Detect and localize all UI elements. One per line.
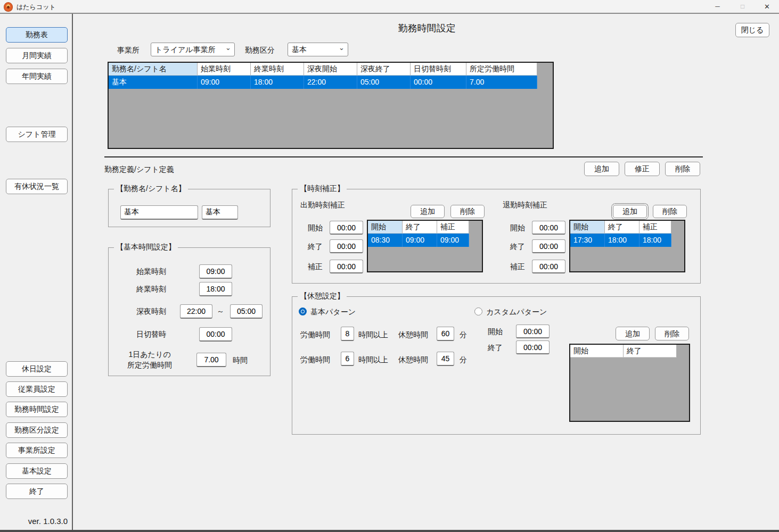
clock-in-delete-button[interactable]: 削除 (450, 205, 485, 218)
app-window: はたらコット ─ □ ✕ 勤務表 月間実績 年間実績 シフト管理 有休状況一覧 … (0, 0, 779, 532)
break-pattern-table[interactable]: 開始 終了 (569, 344, 690, 422)
day-switch-input[interactable] (199, 327, 232, 342)
shift-short-name-input[interactable] (202, 205, 238, 220)
clock-in-selected-row[interactable]: 08:30 09:00 09:00 (368, 234, 469, 247)
column-header: 勤務名/シフト名 (109, 63, 198, 76)
clock-out-table-header-row: 開始 終了 補正 (570, 221, 684, 234)
custom-end-input[interactable] (516, 340, 550, 354)
cell-end: 09:00 (403, 234, 437, 247)
column-header: 開始 (570, 221, 605, 234)
clock-in-start-label: 開始 (308, 223, 323, 233)
office-select[interactable]: トライアル事業所 ⌄ (151, 43, 235, 56)
work-category-select[interactable]: 基本 ⌄ (288, 43, 348, 56)
night-to-input[interactable] (230, 304, 263, 319)
start-time-label: 始業時刻 (136, 267, 166, 277)
rule2-work-label: 労働時間 (300, 355, 330, 365)
column-header: 終了 (403, 221, 437, 234)
clock-out-add-button[interactable]: 追加 (613, 205, 647, 218)
sidebar-item-basic-settings[interactable]: 基本設定 (6, 463, 68, 479)
custom-pattern-radio[interactable] (474, 307, 482, 315)
custom-end-label: 終了 (488, 343, 503, 353)
daily-hours-unit-label: 時間 (233, 356, 248, 365)
sidebar: 勤務表 月間実績 年間実績 シフト管理 有休状況一覧 休日設定 従業員設定 勤務… (0, 14, 73, 532)
clock-out-selected-row[interactable]: 17:30 18:00 18:00 (570, 234, 671, 247)
rule2-minutes-input[interactable] (437, 352, 454, 366)
break-settings-group: 【休憩設定】 基本パターン カスタムパターン 労働時間 時間以上 休憩時間 分 … (292, 296, 701, 435)
page-title: 勤務時間設定 (75, 22, 779, 35)
cell-night-start: 22:00 (304, 76, 357, 89)
sidebar-item-office-settings[interactable]: 事業所設定 (6, 443, 68, 458)
clock-out-delete-button[interactable]: 削除 (653, 205, 687, 218)
sidebar-item-worktable[interactable]: 勤務表 (6, 27, 68, 43)
cell-start: 17:30 (570, 234, 605, 247)
clock-in-add-button[interactable]: 追加 (411, 205, 445, 218)
rule1-over-label: 時間以上 (358, 330, 388, 340)
definition-edit-button[interactable]: 修正 (625, 162, 660, 176)
shift-name-group-title: 【勤務名/シフト名】 (114, 184, 188, 194)
chevron-down-icon: ⌄ (339, 41, 345, 54)
sidebar-item-employee-settings[interactable]: 従業員設定 (6, 381, 68, 397)
daily-hours-label: 1日あたりの所定労働時間 (123, 349, 176, 370)
definition-add-button[interactable]: 追加 (584, 162, 619, 176)
clock-in-end-label: 終了 (308, 242, 323, 252)
close-page-button[interactable]: 閉じる (735, 23, 769, 37)
column-header: 終了 (605, 221, 639, 234)
shift-name-group: 【勤務名/シフト名】 (108, 189, 270, 227)
work-category-label: 勤務区分 (245, 46, 275, 55)
column-header: 開始 (570, 345, 624, 358)
sidebar-item-workcategory-settings[interactable]: 勤務区分設定 (6, 422, 68, 438)
rule1-hours-input[interactable] (341, 327, 354, 341)
column-header: 開始 (368, 221, 403, 234)
start-time-input[interactable] (199, 264, 232, 279)
sidebar-item-worktime-settings[interactable]: 勤務時間設定 (6, 402, 68, 417)
cell-night-end: 05:00 (357, 76, 411, 89)
column-header: 補正 (437, 221, 469, 234)
break-add-button[interactable]: 追加 (616, 327, 650, 340)
column-header: 終業時刻 (251, 63, 304, 76)
sidebar-item-yearly-results[interactable]: 年間実績 (6, 69, 68, 84)
sidebar-item-monthly-results[interactable]: 月間実績 (6, 48, 68, 63)
clock-out-start-input[interactable] (532, 221, 565, 235)
close-window-button[interactable]: ✕ (755, 0, 779, 13)
shift-name-input[interactable] (120, 205, 198, 220)
day-switch-label: 日切替時 (136, 330, 166, 339)
sidebar-item-paid-leave-status[interactable]: 有休状況一覧 (6, 179, 68, 194)
daily-hours-input[interactable] (196, 353, 226, 367)
break-delete-button[interactable]: 削除 (655, 327, 689, 340)
chevron-down-icon: ⌄ (225, 41, 231, 54)
cell-start: 08:30 (368, 234, 403, 247)
basic-pattern-radio[interactable] (299, 307, 307, 315)
custom-start-input[interactable] (516, 325, 550, 338)
window-title: はたらコット (17, 3, 56, 12)
night-time-label: 深夜時刻 (136, 307, 166, 317)
clock-in-end-input[interactable] (330, 239, 363, 253)
sidebar-item-shift-management[interactable]: シフト管理 (6, 127, 68, 142)
basic-time-group-title: 【基本時間設定】 (114, 243, 178, 252)
minimize-button[interactable]: ─ (706, 0, 729, 13)
clock-out-adjust-input[interactable] (532, 260, 565, 273)
rule1-minutes-input[interactable] (437, 327, 454, 341)
clock-out-end-label: 終了 (510, 242, 525, 252)
clock-in-adjust-input[interactable] (330, 260, 363, 273)
cell-adjust: 18:00 (639, 234, 671, 247)
custom-pattern-label: カスタムパターン (486, 307, 547, 317)
clock-in-start-input[interactable] (330, 221, 363, 235)
version-label: ver. 1.0.3.0 (28, 517, 68, 526)
definition-section-label: 勤務定義/シフト定義 (104, 165, 174, 174)
definition-delete-button[interactable]: 削除 (665, 162, 700, 176)
shift-table-selected-row[interactable]: 基本 09:00 18:00 22:00 05:00 00:00 7.00 (109, 76, 537, 89)
rule2-hours-input[interactable] (341, 352, 354, 366)
cell-end-time: 18:00 (251, 76, 304, 89)
clock-in-correction-table: 開始 終了 補正 08:30 09:00 09:00 (367, 220, 483, 272)
column-header: 始業時刻 (198, 63, 251, 76)
maximize-button: □ (731, 0, 755, 13)
sidebar-item-holiday-settings[interactable]: 休日設定 (6, 361, 68, 377)
break-settings-group-title: 【休憩設定】 (298, 292, 347, 301)
sidebar-item-exit[interactable]: 終了 (6, 484, 68, 499)
column-header: 所定労働時間 (466, 63, 537, 76)
clock-out-end-input[interactable] (532, 239, 565, 253)
custom-start-label: 開始 (488, 327, 503, 337)
end-time-input[interactable] (199, 282, 232, 296)
night-from-input[interactable] (180, 304, 212, 319)
shift-table-header-row: 勤務名/シフト名 始業時刻 終業時刻 深夜開始 深夜終了 日切替時刻 所定労働時… (109, 63, 553, 76)
